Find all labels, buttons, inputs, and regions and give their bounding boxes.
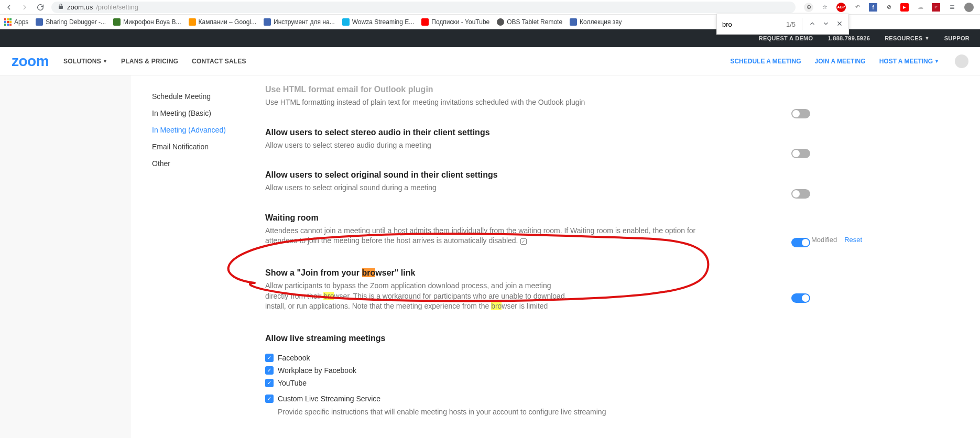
- setting-description: Allow users to select stereo audio durin…: [265, 140, 700, 151]
- toggle-stereo[interactable]: [791, 109, 810, 118]
- bookmark-item[interactable]: Подписки - YouTube: [421, 18, 489, 26]
- bookmark-item[interactable]: Wowza Streaming E...: [342, 18, 415, 26]
- check-icon: ✓: [265, 379, 274, 387]
- check-icon: ✓: [265, 395, 274, 403]
- settings-sidebar: Schedule Meeting In Meeting (Basic) In M…: [131, 75, 244, 438]
- checkbox-label: Workplace by Facebook: [278, 366, 356, 375]
- apps-icon: [4, 18, 12, 26]
- cloud-icon[interactable]: ☁: [916, 3, 924, 12]
- favicon: [570, 18, 577, 26]
- pdf-icon[interactable]: P: [932, 3, 940, 12]
- apps-button[interactable]: Apps: [4, 18, 28, 26]
- nav-solutions[interactable]: SOLUTIONS▼: [63, 58, 107, 65]
- favicon: [497, 18, 504, 26]
- facebook-icon[interactable]: f: [869, 3, 877, 12]
- lock-icon: [58, 3, 64, 11]
- setting-title: Show a "Join from your browser" link: [265, 268, 700, 278]
- favicon: [264, 18, 271, 26]
- setting-description: Allow participants to bypass the Zoom ap…: [265, 281, 569, 312]
- setting-description: Allow users to select original sound dur…: [265, 183, 700, 193]
- request-demo-link[interactable]: REQUEST A DEMO: [759, 35, 813, 41]
- bookmark-label: Подписки - YouTube: [431, 18, 489, 26]
- toggle-join-browser[interactable]: [791, 238, 810, 247]
- check-icon: ✓: [265, 354, 274, 362]
- bookmark-item[interactable]: Sharing Debugger -...: [36, 18, 106, 26]
- setting-description: Use HTML formatting instead of plain tex…: [265, 97, 700, 108]
- bookmark-label: OBS Tablet Remote: [507, 18, 562, 26]
- checkbox-youtube[interactable]: ✓YouTube: [265, 377, 700, 389]
- checkbox-label: Custom Live Streaming Service: [278, 395, 380, 403]
- sidebar-item-schedule[interactable]: Schedule Meeting: [152, 88, 244, 105]
- support-link[interactable]: SUPPOR: [944, 35, 970, 41]
- info-icon[interactable]: ✓: [520, 238, 527, 245]
- modified-label: Modified: [811, 236, 837, 244]
- main-nav: zoom SOLUTIONS▼ PLANS & PRICING CONTACT …: [0, 47, 980, 75]
- toggle-live-streaming[interactable]: [791, 293, 810, 303]
- checkbox-custom[interactable]: ✓Custom Live Streaming Service: [265, 389, 700, 405]
- noentry-icon[interactable]: ⊘: [885, 3, 893, 12]
- check-icon: ✓: [265, 366, 274, 375]
- left-margin: [0, 75, 131, 438]
- back-button[interactable]: [4, 3, 14, 12]
- bookmark-label: Кампании – Googl...: [199, 18, 256, 26]
- send-icon[interactable]: ↶: [853, 3, 862, 12]
- sidebar-item-other[interactable]: Other: [152, 155, 244, 172]
- translate-icon[interactable]: ⊕: [804, 3, 813, 12]
- bookmark-item[interactable]: Коллекция зву: [570, 18, 622, 26]
- resources-menu[interactable]: RESOURCES▼: [885, 35, 930, 41]
- toggles-column: Modified Reset: [716, 75, 821, 438]
- bookmark-item[interactable]: Микрофон Boya B...: [113, 18, 181, 26]
- user-avatar[interactable]: [955, 54, 968, 68]
- nav-schedule-meeting[interactable]: SCHEDULE A MEETING: [730, 58, 801, 65]
- youtube-icon[interactable]: ▸: [900, 3, 909, 12]
- bookmark-item[interactable]: Инструмент для на...: [264, 18, 335, 26]
- profile-avatar[interactable]: [964, 3, 974, 12]
- checkbox-facebook[interactable]: ✓Facebook: [265, 352, 700, 364]
- reading-list-icon[interactable]: ≡: [948, 3, 957, 12]
- browser-toolbar: zoom.us/profile/setting ⊕ ☆ ABP ↶ f ⊘ ▸ …: [0, 0, 980, 15]
- bookmark-label: Микрофон Boya B...: [123, 18, 181, 26]
- phone-number[interactable]: 1.888.799.5926: [827, 35, 870, 41]
- setting-title: Allow live streaming meetings: [265, 334, 700, 343]
- toggle-original-sound[interactable]: [791, 149, 810, 158]
- nav-host-meeting[interactable]: HOST A MEETING▼: [879, 58, 939, 65]
- bookmark-label: Sharing Debugger -...: [46, 18, 106, 26]
- chevron-down-icon: ▼: [925, 36, 930, 41]
- find-next-button[interactable]: [822, 20, 830, 29]
- nav-join-meeting[interactable]: JOIN A MEETING: [815, 58, 866, 65]
- nav-pricing[interactable]: PLANS & PRICING: [121, 58, 178, 65]
- bookmark-item[interactable]: Кампании – Googl...: [189, 18, 256, 26]
- zoom-logo[interactable]: zoom: [12, 53, 49, 70]
- bookmark-label: Apps: [14, 18, 28, 26]
- url-host: zoom.us: [67, 3, 93, 11]
- bookmark-label: Инструмент для на...: [274, 18, 335, 26]
- find-prev-button[interactable]: [809, 20, 816, 29]
- checkbox-workplace[interactable]: ✓Workplace by Facebook: [265, 364, 700, 377]
- bookmark-star-icon[interactable]: ☆: [821, 3, 829, 12]
- favicon: [189, 18, 196, 26]
- favicon: [342, 18, 350, 26]
- checkbox-label: YouTube: [278, 379, 307, 387]
- abp-icon[interactable]: ABP: [836, 3, 846, 12]
- reset-link[interactable]: Reset: [844, 236, 862, 244]
- find-count: 1/5: [786, 20, 796, 28]
- favicon: [113, 18, 121, 26]
- url-path: /profile/setting: [96, 3, 138, 11]
- sidebar-item-email[interactable]: Email Notification: [152, 138, 244, 155]
- favicon: [36, 18, 43, 26]
- nav-contact[interactable]: CONTACT SALES: [192, 58, 246, 65]
- find-input[interactable]: [722, 20, 780, 28]
- sidebar-item-advanced[interactable]: In Meeting (Advanced): [152, 122, 244, 138]
- setting-title: Use HTML format email for Outlook plugin: [265, 85, 700, 94]
- find-close-button[interactable]: [836, 20, 843, 29]
- settings-content: Use HTML format email for Outlook plugin…: [244, 75, 716, 438]
- setting-title: Allow users to select original sound in …: [265, 170, 700, 180]
- reload-button[interactable]: [36, 3, 45, 12]
- bookmark-label: Wowza Streaming E...: [352, 18, 415, 26]
- sidebar-item-basic[interactable]: In Meeting (Basic): [152, 105, 244, 122]
- bookmark-item[interactable]: OBS Tablet Remote: [497, 18, 562, 26]
- address-bar[interactable]: zoom.us/profile/setting: [51, 2, 796, 13]
- setting-description: Attendees cannot join a meeting until a …: [265, 226, 700, 246]
- forward-button[interactable]: [20, 3, 29, 12]
- toggle-waiting-room[interactable]: [791, 189, 810, 199]
